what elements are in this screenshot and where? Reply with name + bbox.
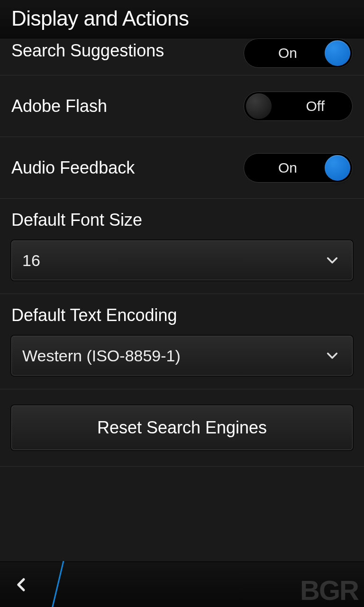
divider-slash [49, 561, 68, 607]
setting-search-suggestions: Search Suggestions On [0, 38, 364, 75]
setting-label: Audio Feedback [11, 158, 135, 178]
toggle-knob [325, 155, 350, 181]
toggle-state-label: On [278, 160, 297, 176]
setting-label: Default Text Encoding [11, 305, 353, 325]
select-value: 16 [22, 251, 40, 270]
settings-list: Search Suggestions On Adobe Flash Off Au… [0, 38, 364, 561]
setting-label: Default Font Size [11, 210, 353, 230]
toggle-knob [246, 93, 272, 119]
watermark-logo: BGR [300, 574, 358, 606]
setting-adobe-flash: Adobe Flash Off [0, 75, 364, 137]
toggle-knob [325, 40, 350, 66]
page-title: Display and Actions [11, 7, 353, 30]
select-value: Western (ISO-8859-1) [22, 347, 181, 365]
toggle-state-label: On [278, 45, 297, 61]
select-default-text-encoding[interactable]: Western (ISO-8859-1) [11, 336, 353, 376]
toggle-search-suggestions[interactable]: On [244, 38, 353, 68]
chevron-down-icon [326, 349, 339, 362]
chevron-down-icon [326, 254, 339, 267]
svg-line-0 [52, 561, 64, 607]
header: Display and Actions [0, 0, 364, 38]
button-label: Reset Search Engines [97, 418, 267, 438]
bottom-bar: BGR [0, 561, 364, 607]
reset-search-engines-button[interactable]: Reset Search Engines [11, 405, 353, 450]
toggle-adobe-flash[interactable]: Off [244, 92, 353, 121]
select-default-font-size[interactable]: 16 [11, 240, 353, 280]
setting-reset-search-engines: Reset Search Engines [0, 389, 364, 467]
setting-default-text-encoding: Default Text Encoding Western (ISO-8859-… [0, 294, 364, 389]
setting-label: Adobe Flash [11, 96, 107, 116]
back-button[interactable] [0, 562, 28, 607]
toggle-audio-feedback[interactable]: On [244, 153, 353, 183]
setting-audio-feedback: Audio Feedback On [0, 137, 364, 199]
setting-label: Search Suggestions [11, 38, 164, 63]
chevron-left-icon [14, 578, 28, 592]
setting-default-font-size: Default Font Size 16 [0, 199, 364, 294]
toggle-state-label: Off [306, 98, 325, 114]
